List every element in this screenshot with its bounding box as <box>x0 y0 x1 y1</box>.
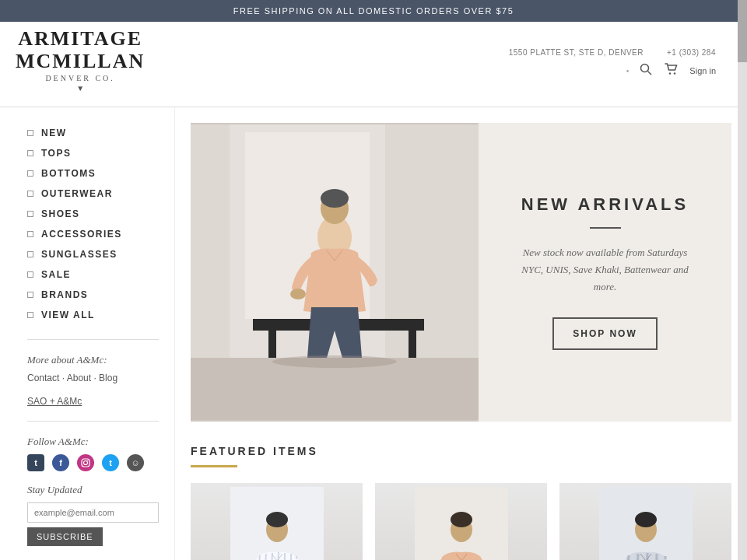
svg-line-1 <box>648 72 652 75</box>
svg-point-32 <box>451 512 472 527</box>
hero-text: NEW ARRIVALS New stock now available fro… <box>479 123 731 422</box>
featured-underline <box>191 465 237 467</box>
featured-item-2-image <box>375 483 547 560</box>
contact-link[interactable]: Contact <box>27 373 59 383</box>
search-button[interactable] <box>638 61 654 80</box>
svg-point-29 <box>266 512 288 527</box>
nav-label-outerwear: OUTERWEAR <box>41 188 113 199</box>
nav-bullet <box>27 191 33 197</box>
sidebar-divider2 <box>27 421 159 422</box>
svg-point-2 <box>669 72 671 74</box>
featured-item-1-image <box>191 483 363 560</box>
header-contact: 1550 PLATTE ST, STE D, DENVER +1 (303) 2… <box>509 48 716 57</box>
shirt-2-svg <box>415 487 508 560</box>
sidebar-item-tops[interactable]: TOPS <box>27 143 159 163</box>
svg-line-26 <box>284 553 285 560</box>
sidebar-item-brands[interactable]: BRANDS <box>27 285 159 305</box>
sidebar-item-bottoms[interactable]: BOTTOMS <box>27 163 159 184</box>
instagram-icon[interactable] <box>77 454 94 471</box>
featured-title: FEATURED ITEMS <box>191 445 731 457</box>
logo[interactable]: ARMITAGE McMILLAN DENVER CO. ▼ <box>16 28 145 100</box>
instagram-svg <box>81 458 90 467</box>
sidebar-item-shoes[interactable]: SHOES <box>27 204 159 224</box>
nav-bullet <box>27 231 33 237</box>
header-right: 1550 PLATTE ST, STE D, DENVER +1 (303) 2… <box>509 48 716 80</box>
nav-bullet <box>27 312 33 318</box>
sidebar-item-sale[interactable]: SALE <box>27 264 159 285</box>
svg-line-38 <box>656 554 657 560</box>
featured-grid <box>191 483 731 560</box>
about-link[interactable]: About <box>67 373 91 383</box>
sign-in-link[interactable]: Sign in <box>689 66 716 75</box>
phone: +1 (303) 284 <box>667 48 716 57</box>
more-about-title: More about A&Mc: <box>27 354 159 366</box>
nav-bullet <box>27 130 33 136</box>
header: ARMITAGE McMILLAN DENVER CO. ▼ 1550 PLAT… <box>0 22 747 107</box>
facebook-icon[interactable]: f <box>52 454 69 471</box>
featured-item-3-image <box>559 483 731 560</box>
nav-bullet <box>27 292 33 298</box>
svg-rect-13 <box>409 331 416 358</box>
featured-item-1[interactable] <box>191 483 363 560</box>
featured-section: FEATURED ITEMS <box>191 445 731 560</box>
featured-item-3[interactable] <box>559 483 731 560</box>
shirt-1-svg <box>230 487 324 560</box>
sao-link[interactable]: SAO + A&Mc <box>27 396 82 407</box>
svg-point-16 <box>321 189 349 208</box>
address: 1550 PLATTE ST, STE D, DENVER <box>509 48 644 57</box>
social-icons: t f t ☺ <box>27 454 159 471</box>
nav-bullet <box>27 211 33 217</box>
svg-point-17 <box>290 289 306 299</box>
hero-image-svg <box>191 123 479 422</box>
sidebar-item-outerwear[interactable]: OUTERWEAR <box>27 184 159 204</box>
svg-point-18 <box>272 355 397 368</box>
svg-point-0 <box>641 65 649 72</box>
shop-now-button[interactable]: SHOP NOW <box>552 317 657 350</box>
logo-arrow[interactable]: ▼ <box>16 84 145 93</box>
cart-icon <box>665 63 679 75</box>
svg-point-6 <box>87 460 88 461</box>
hero-banner: NEW ARRIVALS New stock now available fro… <box>191 123 731 422</box>
nav-label-new: NEW <box>41 128 67 138</box>
svg-rect-12 <box>268 331 276 358</box>
shirt-3-svg <box>599 487 693 560</box>
hero-description: New stock now available from Saturdays N… <box>520 244 691 296</box>
hero-title: NEW ARRIVALS <box>521 194 689 215</box>
follow-title: Follow A&Mc: <box>27 436 159 448</box>
nav-label-accessories: ACCESSORIES <box>41 229 122 240</box>
blog-link[interactable]: Blog <box>99 373 117 383</box>
svg-rect-4 <box>82 459 89 467</box>
sidebar-item-viewall[interactable]: VIEW ALL <box>27 305 159 325</box>
sidebar-item-sunglasses[interactable]: SUNGLASSES <box>27 244 159 264</box>
email-input[interactable] <box>27 502 159 523</box>
stay-updated-title: Stay Updated <box>27 484 159 496</box>
tumblr-icon[interactable]: t <box>27 454 44 471</box>
nav-label-shoes: SHOES <box>41 208 80 219</box>
top-banner: FREE SHIPPING ON ALL DOMESTIC ORDERS OVE… <box>0 0 747 22</box>
sidebar-item-new[interactable]: NEW <box>27 123 159 143</box>
svg-point-3 <box>674 72 675 74</box>
chat-icon[interactable]: ☺ <box>127 454 144 471</box>
main-nav: NEW TOPS BOTTOMS OUTERWEAR SHOES ACCESSO… <box>27 123 159 325</box>
nav-label-brands: BRANDS <box>41 289 88 300</box>
subscribe-button[interactable]: SUBSCRIBE <box>27 527 103 546</box>
banner-text: FREE SHIPPING ON ALL DOMESTIC ORDERS OVE… <box>233 6 514 16</box>
scrollbar-thumb[interactable] <box>738 0 747 62</box>
svg-point-45 <box>635 512 657 527</box>
featured-item-2[interactable] <box>375 483 547 560</box>
cart-button[interactable] <box>663 61 680 80</box>
svg-point-5 <box>84 461 88 465</box>
sidebar-divider <box>27 339 159 340</box>
sidebar-item-accessories[interactable]: ACCESSORIES <box>27 224 159 244</box>
header-actions: ● Sign in <box>626 61 716 80</box>
sidebar: NEW TOPS BOTTOMS OUTERWEAR SHOES ACCESSO… <box>0 107 175 560</box>
nav-label-sunglasses: SUNGLASSES <box>41 249 117 260</box>
logo-sub: DENVER CO. <box>16 74 145 82</box>
nav-label-viewall: VIEW ALL <box>41 310 95 320</box>
twitter-icon[interactable]: t <box>102 454 119 471</box>
main-layout: NEW TOPS BOTTOMS OUTERWEAR SHOES ACCESSO… <box>0 107 747 560</box>
hero-divider <box>590 227 621 229</box>
nav-bullet <box>27 251 33 257</box>
header-dot: ● <box>626 68 630 73</box>
scrollbar[interactable] <box>738 0 747 560</box>
